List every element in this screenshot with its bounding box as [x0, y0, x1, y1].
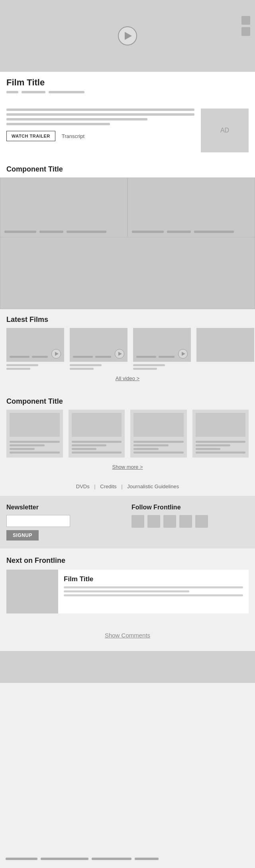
film-card-thumb-4 — [196, 328, 254, 362]
fc-tl-3-2 — [159, 356, 175, 358]
all-video-link[interactable]: All video > — [0, 373, 255, 387]
small-play-icon-2 — [118, 352, 122, 356]
play-icon[interactable] — [118, 26, 137, 45]
play-triangle-icon — [125, 32, 132, 40]
mcl-2-3 — [194, 231, 234, 233]
item-line-1-4 — [10, 452, 60, 454]
film-cards-row — [0, 328, 255, 373]
film-card-2[interactable] — [70, 328, 128, 370]
item-line-3-4 — [133, 452, 184, 454]
credits-link[interactable]: Credits — [100, 483, 116, 489]
description-ad-section: WATCH TRAILER Transcript AD — [0, 102, 255, 159]
footer-divider-1: | — [94, 483, 97, 489]
meta-line-2 — [22, 91, 45, 93]
item-line-2-2 — [72, 444, 107, 446]
item-line-4-3 — [196, 448, 221, 450]
media-row-top — [0, 178, 255, 237]
signup-button[interactable]: SIGNUP — [6, 530, 39, 541]
item-line-3-2 — [133, 444, 169, 446]
full-caption — [6, 858, 159, 860]
twitter-icon[interactable] — [147, 515, 160, 528]
media-cell-2 — [128, 178, 255, 237]
film-card-1[interactable] — [6, 328, 64, 370]
comments-section: Show Comments — [0, 620, 255, 651]
fc-tl-1-1 — [10, 356, 29, 358]
film-title: Film Title — [6, 77, 249, 88]
next-line-1 — [64, 586, 243, 588]
next-line-2 — [64, 590, 189, 592]
fcl-1-1 — [6, 364, 38, 366]
small-play-icon-3 — [182, 352, 185, 356]
footer-links: DVDs | Credits | Journalistic Guidelines — [0, 479, 255, 496]
description-lines — [6, 108, 194, 125]
item-card-3[interactable] — [130, 410, 187, 458]
ad-box: AD — [201, 108, 249, 152]
fcl-1-2 — [6, 368, 30, 370]
component-section-1: Component Title — [0, 159, 255, 309]
film-card-play-2[interactable] — [115, 349, 124, 359]
facebook-icon[interactable] — [131, 515, 144, 528]
desc-line-3 — [6, 118, 147, 120]
youtube-icon[interactable] — [163, 515, 176, 528]
desc-actions: WATCH TRAILER Transcript — [6, 131, 194, 141]
dvds-link[interactable]: DVDs — [76, 483, 90, 489]
newsletter-section: Newsletter SIGNUP Follow Frontline — [0, 496, 255, 548]
instagram-icon[interactable] — [179, 515, 192, 528]
item-line-1-3 — [10, 448, 35, 450]
film-card-text-1 — [10, 356, 48, 358]
item-line-3-1 — [133, 441, 184, 443]
film-card-text-2 — [73, 356, 111, 358]
item-line-1-2 — [10, 444, 45, 446]
fc-2 — [41, 858, 88, 860]
fc-1 — [6, 858, 37, 860]
fc-tl-2-1 — [73, 356, 93, 358]
mcl-1-2 — [39, 231, 63, 233]
next-film-thumb — [6, 570, 58, 614]
item-card-4[interactable] — [192, 410, 249, 458]
item-thumb-1 — [10, 413, 60, 437]
item-line-2-1 — [72, 441, 122, 443]
fc-tl-3-1 — [136, 356, 156, 358]
desc-line-4 — [6, 123, 110, 125]
bottom-bar — [0, 651, 255, 683]
media-caption-1 — [4, 231, 123, 233]
item-line-3-3 — [133, 448, 159, 450]
media-cell-full — [0, 237, 255, 309]
latest-films-title: Latest Films — [0, 309, 255, 328]
fcl-3-1 — [133, 364, 165, 366]
film-card-thumb-2 — [70, 328, 128, 362]
mcl-1-3 — [67, 231, 106, 233]
show-comments-link[interactable]: Show Comments — [105, 632, 150, 639]
film-card-3[interactable] — [133, 328, 191, 370]
items-grid — [0, 410, 255, 462]
side-button-1[interactable] — [241, 16, 250, 25]
next-line-3 — [64, 594, 243, 596]
item-card-1[interactable] — [6, 410, 63, 458]
item-card-2[interactable] — [69, 410, 125, 458]
journalistic-guidelines-link[interactable]: Journalistic Guidelines — [127, 483, 179, 489]
watch-trailer-button[interactable]: WATCH TRAILER — [6, 131, 55, 141]
film-title-section: Film Title — [0, 72, 255, 102]
newsletter-input[interactable] — [6, 515, 70, 527]
mcl-1-1 — [4, 231, 36, 233]
next-film-lines — [64, 586, 243, 596]
film-card-play-1[interactable] — [51, 349, 61, 359]
show-more-link[interactable]: Show more > — [0, 462, 255, 475]
side-button-2[interactable] — [241, 27, 250, 36]
next-film-title: Film Title — [64, 575, 243, 583]
item-line-4-2 — [196, 444, 231, 446]
next-card[interactable]: Film Title — [6, 570, 249, 614]
desc-line-2 — [6, 113, 194, 116]
film-card-play-3[interactable] — [178, 349, 188, 359]
film-card-lines-3 — [133, 364, 191, 370]
small-play-icon-1 — [55, 352, 59, 356]
film-card-text-3 — [136, 356, 175, 358]
media-grid — [0, 178, 255, 309]
film-card-4[interactable] — [196, 328, 254, 370]
item-line-4-1 — [196, 441, 246, 443]
item-line-2-4 — [72, 452, 122, 454]
component-title-1: Component Title — [0, 159, 255, 178]
rss-icon[interactable] — [195, 515, 208, 528]
meta-line-3 — [49, 91, 84, 93]
transcript-link[interactable]: Transcript — [62, 133, 84, 139]
